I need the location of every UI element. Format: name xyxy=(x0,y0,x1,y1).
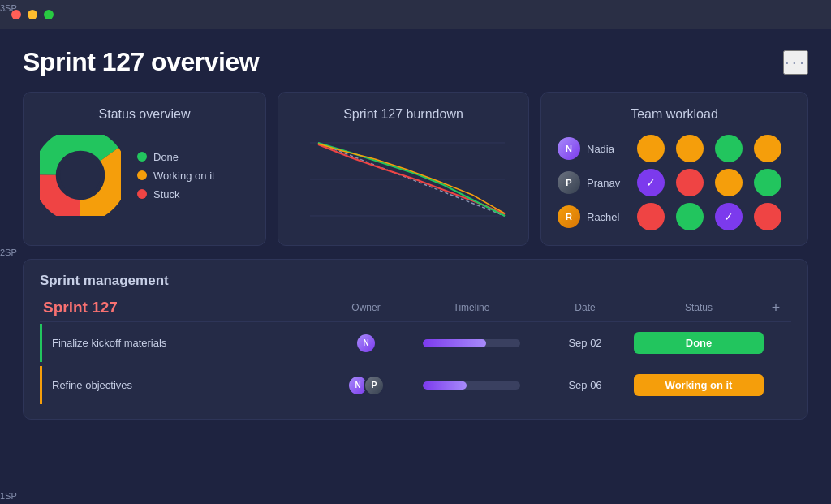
timeline-fill-2 xyxy=(423,381,467,390)
legend-working: Working on it xyxy=(137,170,215,182)
col-status: Status xyxy=(634,302,764,313)
rachel-status-1[interactable] xyxy=(637,203,665,230)
rachel-status-2[interactable] xyxy=(676,203,704,230)
member-pranav: P Pranav xyxy=(558,171,631,194)
owner-avatar-1: N xyxy=(355,333,377,354)
avatar-nadia: N xyxy=(558,137,580,160)
nadia-status-4[interactable] xyxy=(754,135,781,162)
task-date-2: Sep 06 xyxy=(536,379,634,391)
page-header: Sprint 127 overview ··· xyxy=(23,47,808,77)
avatar-rachel: R xyxy=(558,205,580,228)
task-name-2: Refine objectives xyxy=(45,379,325,391)
task-timeline-2 xyxy=(407,381,536,390)
pranav-status-2[interactable] xyxy=(676,169,704,196)
avatar-pranav: P xyxy=(558,171,580,194)
legend-done: Done xyxy=(137,151,215,163)
svg-point-3 xyxy=(60,155,101,196)
col-owner: Owner xyxy=(325,302,407,313)
col-timeline: Timeline xyxy=(407,302,536,313)
page-title: Sprint 127 overview xyxy=(23,47,259,77)
burndown-svg-wrap xyxy=(295,135,512,224)
row-separator-2 xyxy=(40,364,791,364)
pranav-status-3[interactable] xyxy=(715,169,743,196)
task-status-1[interactable]: Done xyxy=(634,332,764,354)
task-status-2[interactable]: Working on it xyxy=(634,374,764,396)
task-date-1: Sep 02 xyxy=(536,337,634,349)
main-content: Sprint 127 overview ··· Status overview xyxy=(0,29,831,504)
row-separator-1 xyxy=(40,321,791,322)
stuck-dot xyxy=(137,189,147,199)
sprint-management-section: Sprint management Sprint 127 Owner Timel… xyxy=(23,259,808,420)
burndown-card: Sprint 127 burndown 3SP 2SP 1SP xyxy=(278,92,529,246)
status-legend: Done Working on it Stuck xyxy=(137,151,215,200)
sprint-header: Sprint 127 Owner Timeline Date Status + xyxy=(40,299,791,317)
y-axis-labels: 3SP 2SP 1SP xyxy=(0,29,17,504)
minimize-dot[interactable] xyxy=(28,10,37,19)
pranav-status-1[interactable]: ✓ xyxy=(637,169,665,196)
burndown-svg xyxy=(303,135,512,224)
task-name-1: Finalize kickoff materials xyxy=(45,337,325,349)
pie-chart xyxy=(40,135,121,216)
nadia-status-1[interactable] xyxy=(637,135,665,162)
task-timeline-1 xyxy=(407,339,536,347)
task-row-1[interactable]: Finalize kickoff materials N Sep 02 Done xyxy=(40,324,791,362)
status-overview-card: Status overview Done xyxy=(23,92,266,246)
done-dot xyxy=(137,152,147,162)
sprint-name: Sprint 127 xyxy=(43,299,325,317)
status-overview-title: Status overview xyxy=(40,107,249,122)
task-row-2[interactable]: Refine objectives N P Sep 06 Working on … xyxy=(40,366,791,404)
titlebar xyxy=(0,0,831,29)
task-owner-1: N xyxy=(325,333,407,354)
member-nadia: N Nadia xyxy=(558,137,631,160)
rachel-status-4[interactable] xyxy=(754,203,781,230)
timeline-fill-1 xyxy=(423,339,486,347)
nadia-status-3[interactable] xyxy=(715,135,743,162)
sprint-management-title: Sprint management xyxy=(40,273,791,289)
col-date: Date xyxy=(536,302,634,313)
nadia-status-2[interactable] xyxy=(676,135,704,162)
cards-row: Status overview Done xyxy=(23,92,808,246)
pranav-status-4[interactable] xyxy=(754,169,781,196)
pie-svg xyxy=(40,135,121,216)
add-task-button[interactable]: + xyxy=(764,299,788,317)
rachel-status-3[interactable]: ✓ xyxy=(715,203,743,230)
legend-stuck: Stuck xyxy=(137,188,215,200)
maximize-dot[interactable] xyxy=(44,10,54,19)
team-workload-card: Team workload N Nadia P Pranav ✓ xyxy=(540,92,808,246)
burndown-chart-wrapper: 3SP 2SP 1SP xyxy=(295,135,512,224)
status-overview-inner: Done Working on it Stuck xyxy=(40,135,249,216)
owner-avatar-2b: P xyxy=(364,375,385,396)
task-owner-2: N P xyxy=(325,375,407,396)
workload-grid: N Nadia P Pranav ✓ R Ra xyxy=(558,135,791,230)
burndown-title: Sprint 127 burndown xyxy=(295,107,512,122)
team-workload-title: Team workload xyxy=(558,107,791,122)
more-options-button[interactable]: ··· xyxy=(783,50,808,75)
member-rachel: R Rachel xyxy=(558,205,631,228)
working-dot xyxy=(137,170,147,180)
